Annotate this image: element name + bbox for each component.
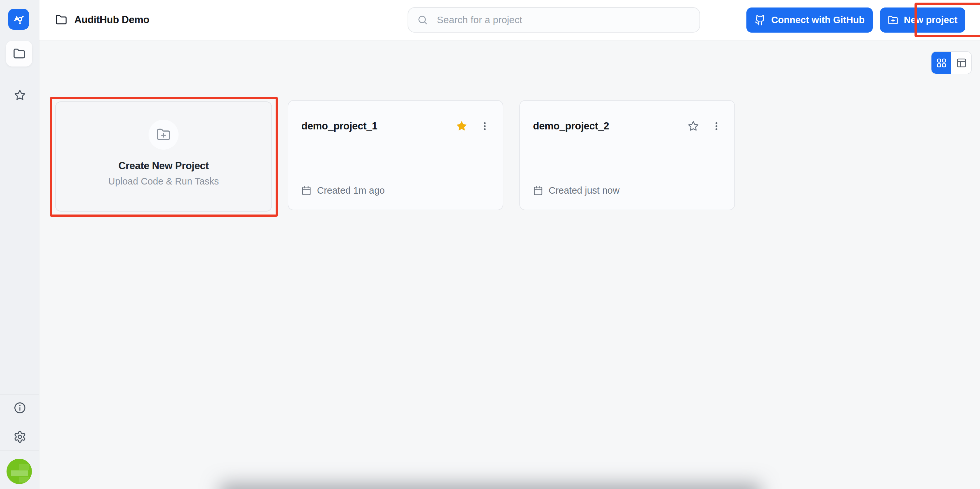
- favorite-toggle[interactable]: [686, 119, 700, 133]
- sidebar-item-favorites[interactable]: [0, 88, 40, 102]
- search-input[interactable]: [407, 7, 700, 33]
- user-avatar[interactable]: [6, 459, 32, 484]
- gear-icon: [13, 430, 26, 443]
- connect-github-button[interactable]: Connect with GitHub: [746, 8, 873, 33]
- project-created-label: Created just now: [549, 185, 620, 196]
- github-icon: [754, 15, 765, 26]
- new-project-button[interactable]: New project: [880, 8, 965, 33]
- kebab-menu-icon: [711, 121, 722, 132]
- star-icon: [14, 89, 26, 101]
- sidebar-item-settings[interactable]: [0, 430, 40, 444]
- project-name: demo_project_2: [533, 120, 609, 132]
- kebab-menu-icon: [479, 121, 490, 132]
- card-menu-button[interactable]: [710, 119, 723, 133]
- info-icon: [13, 401, 26, 414]
- folder-plus-icon: [888, 15, 898, 25]
- grid-view-button[interactable]: [931, 52, 951, 74]
- project-created-label: Created 1m ago: [317, 185, 385, 196]
- sidebar-divider: [0, 450, 39, 451]
- sidebar: [0, 0, 40, 489]
- star-filled-icon: [456, 120, 468, 132]
- view-toggle: [931, 51, 972, 74]
- folder-icon: [13, 48, 25, 60]
- folder-plus-icon: [156, 127, 171, 142]
- app-window: AuditHub Demo Connect with GitHub: [0, 0, 980, 489]
- table-icon: [956, 58, 967, 68]
- create-card-title: Create New Project: [56, 160, 271, 172]
- sidebar-item-projects[interactable]: [6, 41, 32, 67]
- table-view-button[interactable]: [951, 52, 971, 74]
- new-project-label: New project: [904, 15, 957, 25]
- create-card-subtitle: Upload Code & Run Tasks: [56, 176, 271, 187]
- breadcrumb: AuditHub Demo: [56, 0, 149, 40]
- folder-plus-circle: [149, 119, 178, 150]
- sidebar-item-info[interactable]: [0, 401, 40, 415]
- calendar-icon: [301, 185, 312, 196]
- grid-icon: [936, 58, 947, 68]
- calendar-icon: [533, 185, 543, 196]
- sidebar-divider: [0, 395, 39, 395]
- star-icon: [687, 120, 699, 132]
- create-new-project-card[interactable]: Create New Project Upload Code & Run Tas…: [55, 101, 272, 212]
- audithub-logo-icon: [12, 13, 25, 26]
- project-card[interactable]: demo_project_2: [519, 100, 735, 210]
- folder-icon: [56, 14, 67, 26]
- search-box: [407, 7, 700, 33]
- top-bar: AuditHub Demo Connect with GitHub: [40, 0, 980, 40]
- card-menu-button[interactable]: [478, 119, 492, 133]
- connect-github-label: Connect with GitHub: [771, 15, 865, 25]
- page-title: AuditHub Demo: [74, 14, 149, 26]
- project-name: demo_project_1: [301, 120, 378, 132]
- app-logo[interactable]: [8, 9, 29, 30]
- favorite-toggle[interactable]: [455, 119, 469, 133]
- project-card[interactable]: demo_project_1: [288, 100, 503, 210]
